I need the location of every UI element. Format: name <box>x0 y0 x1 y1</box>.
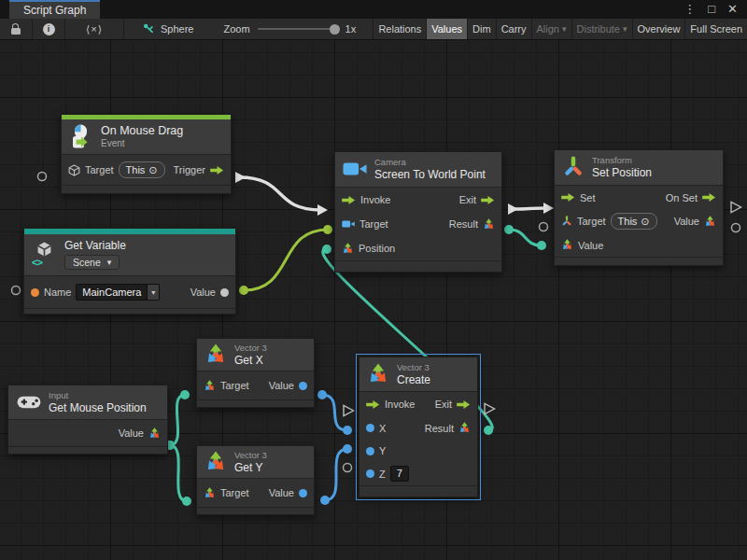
vector3-port-icon[interactable] <box>342 243 354 255</box>
zoom-slider-handle[interactable] <box>330 24 340 35</box>
node-title: Screen To World Point <box>374 168 486 181</box>
port-label-y: Y <box>379 445 386 456</box>
target-picker-icon: ⊙ <box>641 216 649 228</box>
lock-button[interactable] <box>0 19 33 39</box>
node-category: Vector 3 <box>397 362 430 372</box>
distribute-button[interactable]: Distribute▾ <box>572 19 633 39</box>
port-x-dot[interactable] <box>366 424 374 432</box>
inspect-button[interactable]: i <box>33 19 65 39</box>
vector3-port-icon[interactable] <box>561 239 573 251</box>
fullscreen-button[interactable]: Full Screen <box>685 19 747 39</box>
vector3-port-icon[interactable] <box>148 427 161 440</box>
port-label-result: Result <box>425 423 454 434</box>
vector3-icon <box>204 343 227 366</box>
port-label-value-in: Value <box>578 240 603 251</box>
port-value-dot[interactable] <box>220 288 229 297</box>
node-vector3-create[interactable]: Vector 3 Create Invoke Exit X Result <box>359 357 478 497</box>
values-button[interactable]: Values <box>427 19 468 39</box>
port-label-invoke: Invoke <box>385 399 415 410</box>
variable-scope-dropdown[interactable]: Scene ▾ <box>64 255 120 270</box>
carry-button[interactable]: Carry <box>497 19 532 39</box>
zoom-slider[interactable] <box>258 28 338 30</box>
camera-icon <box>343 161 367 177</box>
tab-title: Script Graph <box>23 4 86 17</box>
port-label-target: Target <box>577 216 606 227</box>
window-controls: ⋮ □ ✕ <box>684 0 747 19</box>
maximize-icon[interactable]: □ <box>708 0 715 19</box>
flow-in-icon[interactable] <box>342 195 356 205</box>
port-y-dot[interactable] <box>366 447 374 455</box>
port-label-z: Z <box>379 469 386 480</box>
vector3-port-icon[interactable] <box>483 218 495 231</box>
port-label-exit: Exit <box>459 194 476 205</box>
port-label-value: Value <box>119 427 144 439</box>
overview-button[interactable]: Overview <box>633 19 686 39</box>
target-this-chip[interactable]: This ⊙ <box>611 213 657 230</box>
toolbar-right-buttons: Relations Values Dim Carry Align▾ Distri… <box>373 19 747 39</box>
graph-breadcrumb[interactable]: Sphere <box>124 19 203 39</box>
port-label-target: Target <box>359 218 388 230</box>
graph-icon <box>143 23 155 35</box>
node-title: Create <box>397 373 430 386</box>
node-title: On Mouse Drag <box>101 124 183 137</box>
node-get-variable[interactable]: <> Get Variable Scene ▾ Name MainCamera … <box>23 228 236 315</box>
node-title: Get Variable <box>64 239 126 252</box>
vector3-icon <box>204 451 227 473</box>
title-bar: Script Graph ⋮ □ ✕ <box>0 0 747 19</box>
relations-button[interactable]: Relations <box>373 19 427 39</box>
transform-icon <box>562 156 585 178</box>
code-preview-button[interactable]: ⟨×⟩ <box>65 19 124 39</box>
chevron-down-icon: ▾ <box>562 24 567 34</box>
camera-port-icon[interactable] <box>342 219 355 229</box>
port-label-value: Value <box>269 487 294 498</box>
flow-in-icon[interactable] <box>561 192 575 203</box>
port-z-dot[interactable] <box>366 469 374 478</box>
z-value-field[interactable]: 7 <box>390 466 409 482</box>
port-label-on-set: On Set <box>666 192 698 203</box>
close-icon[interactable]: ✕ <box>727 0 738 19</box>
port-name-dot[interactable] <box>31 288 39 297</box>
port-label-trigger: Trigger <box>174 164 205 175</box>
port-value-dot[interactable] <box>299 382 307 390</box>
node-category: Camera <box>374 157 486 167</box>
gameobject-cube-icon[interactable] <box>68 164 80 176</box>
transform-port-icon[interactable] <box>561 216 572 227</box>
chevron-down-icon: ▾ <box>623 24 627 34</box>
port-value-dot[interactable] <box>299 489 307 497</box>
port-label-value: Value <box>190 287 216 298</box>
align-button[interactable]: Align▾ <box>532 19 572 39</box>
flow-out-icon[interactable] <box>457 399 471 410</box>
node-title: Get X <box>234 354 267 367</box>
tab-script-graph[interactable]: Script Graph <box>9 0 100 19</box>
flow-in-icon[interactable] <box>366 399 380 410</box>
node-title: Set Position <box>592 166 652 179</box>
node-screen-to-world-point[interactable]: Camera Screen To World Point Invoke Exit… <box>334 151 502 273</box>
node-title: Get Mouse Position <box>49 401 147 414</box>
port-label-exit: Exit <box>435 399 452 410</box>
flow-out-icon[interactable] <box>210 165 224 175</box>
mouse-drag-icon <box>69 124 93 148</box>
vector3-icon <box>367 363 389 385</box>
node-get-mouse-position[interactable]: Input Get Mouse Position Value <box>7 385 168 455</box>
port-label-target: Target <box>85 164 114 175</box>
node-title: Get Y <box>234 461 267 474</box>
node-set-position[interactable]: Transform Set Position Set On Set Target… <box>554 149 724 266</box>
dim-button[interactable]: Dim <box>468 19 497 39</box>
node-get-y[interactable]: Vector 3 Get Y Target Value <box>196 445 315 515</box>
port-label-value: Value <box>269 380 294 391</box>
vector3-port-icon[interactable] <box>204 487 216 499</box>
target-this-chip[interactable]: This ⊙ <box>119 161 165 178</box>
variable-name-dropdown[interactable]: ▾ <box>148 284 160 301</box>
menu-icon[interactable]: ⋮ <box>684 0 696 19</box>
flow-out-icon[interactable] <box>481 195 495 205</box>
port-label-name: Name <box>44 287 71 298</box>
vector3-port-icon[interactable] <box>704 216 716 228</box>
vector3-port-icon[interactable] <box>204 380 216 392</box>
port-label-target: Target <box>220 487 249 498</box>
variable-name-field[interactable]: MainCamera <box>76 284 148 301</box>
node-on-mouse-drag[interactable]: On Mouse Drag Event Target This ⊙ Trigge… <box>61 114 232 194</box>
vector3-port-icon[interactable] <box>458 422 471 434</box>
flow-out-icon[interactable] <box>702 192 716 203</box>
node-get-x[interactable]: Vector 3 Get X Target Value <box>196 338 315 408</box>
zoom-value: 1x <box>345 23 357 35</box>
